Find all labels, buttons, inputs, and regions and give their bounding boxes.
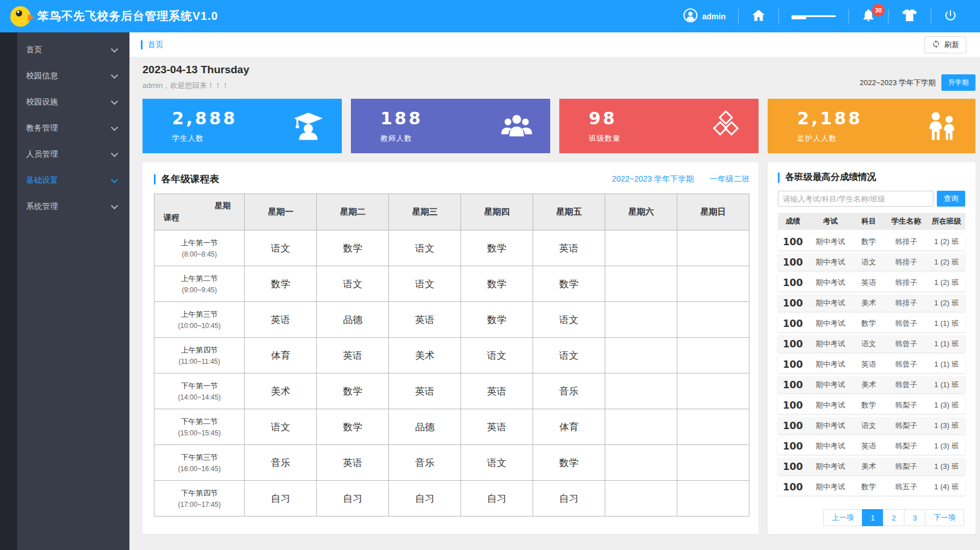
chevron-down-icon xyxy=(111,202,118,209)
schedule-day-header: 星期一 xyxy=(245,194,317,230)
schedule-row: 下午第一节 (14:00~14:45) 美术 数学 英语 英语 音乐 xyxy=(154,373,749,409)
schedule-subject-cell: 语文 xyxy=(461,445,533,481)
schedule-subject-cell: 美术 xyxy=(389,338,461,373)
score-subject: 英语 xyxy=(853,278,885,288)
score-subject: 英语 xyxy=(853,441,885,451)
score-subject: 美术 xyxy=(853,461,885,472)
sidebar-item[interactable]: 校园信息 xyxy=(0,63,129,89)
schedule-class-link[interactable]: 一年级二班 xyxy=(710,174,749,184)
score-row: 100 期中考试 美术 韩排子 1 (2) 班 xyxy=(778,295,965,312)
score-class: 1 (3) 班 xyxy=(928,400,965,410)
schedule-subject-cell: 数学 xyxy=(533,266,605,302)
cubes-icon xyxy=(709,110,742,142)
logout-button[interactable] xyxy=(931,0,970,32)
schedule-subject-cell xyxy=(605,302,677,338)
teachers-count: 188 xyxy=(380,108,423,128)
score-row: 100 期中考试 数学 韩梨子 1 (3) 班 xyxy=(778,397,965,414)
schedule-period-cell: 下午第四节 (17:00~17:45) xyxy=(154,481,245,517)
score-subject: 语文 xyxy=(853,339,885,349)
score-row: 100 期中考试 语文 韩梨子 1 (3) 班 xyxy=(778,417,965,434)
welcome-section: 2023-04-13 Thursday admin，欢迎您回来！！！ 2022~… xyxy=(143,64,975,91)
scores-search-input[interactable] xyxy=(778,191,933,207)
notification-badge: 30 xyxy=(872,4,885,16)
date-heading: 2023-04-13 Thursday xyxy=(143,64,249,76)
sidebar-item[interactable]: 校园设施 xyxy=(0,89,129,115)
sidebar-menu: 首页 校园信息 校园设施 教务管理 xyxy=(0,37,129,220)
power-icon xyxy=(944,9,957,24)
scores-list: 100 期中考试 数学 韩排子 1 (2) 班 100 期中考试 语文 xyxy=(778,233,965,496)
score-exam: 期中考试 xyxy=(808,400,853,410)
schedule-row: 上午第二节 (9:00~9:45) 数学 语文 语文 数学 数学 xyxy=(154,266,749,302)
notifications-button[interactable]: 30 xyxy=(849,0,888,32)
username-label: admin xyxy=(702,12,726,21)
schedule-row: 下午第二节 (15:00~15:45) 语文 数学 品德 英语 体育 xyxy=(154,409,749,445)
schedule-day-header: 星期四 xyxy=(461,194,533,230)
refresh-button[interactable]: 刷新 xyxy=(924,36,966,53)
tshirt-icon xyxy=(901,9,918,24)
chevron-down-icon xyxy=(111,45,118,53)
sidebar-item[interactable]: 系统管理 xyxy=(0,194,129,220)
schedule-subject-cell: 语文 xyxy=(533,338,605,373)
schedule-subject-cell xyxy=(605,481,677,517)
schedule-row: 上午第四节 (11:00~11:45) 体育 英语 美术 语文 语文 xyxy=(154,338,749,373)
schedule-row: 上午第三节 (10:00~10:45) 英语 品德 英语 数学 语文 xyxy=(154,302,749,338)
teachers-label: 教师人数 xyxy=(380,133,423,144)
sidebar-item[interactable]: 人员管理 xyxy=(0,141,129,167)
schedule-subject-cell xyxy=(677,230,749,266)
col-exam: 考试 xyxy=(808,216,853,226)
schedule-subject-cell: 语文 xyxy=(533,302,605,338)
score-row: 100 期中考试 数学 韩五子 1 (4) 班 xyxy=(778,478,965,496)
breadcrumb[interactable]: 首页 xyxy=(141,40,164,50)
page-button[interactable]: 2 xyxy=(883,509,904,526)
schedule-subject-cell xyxy=(677,338,749,373)
schedule-subject-cell xyxy=(677,266,749,302)
scores-header-row: 成绩 考试 科目 学生名称 所在班级 xyxy=(778,213,965,230)
score-subject: 美术 xyxy=(853,380,885,390)
page-button[interactable]: 上一项 xyxy=(823,509,862,526)
schedule-subject-cell: 语文 xyxy=(245,409,317,445)
score-exam: 期中考试 xyxy=(808,359,853,370)
score-value: 100 xyxy=(778,481,808,493)
schedule-subject-cell: 英语 xyxy=(245,302,317,338)
schedule-subject-cell: 自习 xyxy=(245,481,317,517)
schedule-subject-cell: 语文 xyxy=(317,266,389,302)
score-exam: 期中考试 xyxy=(808,380,853,390)
page-button[interactable]: 1 xyxy=(862,509,883,526)
score-class: 1 (2) 班 xyxy=(928,257,965,267)
guardians-count: 2,188 xyxy=(797,108,862,128)
theme-button[interactable] xyxy=(889,0,931,32)
sidebar-item[interactable]: 基础设置 xyxy=(0,167,129,194)
sidebar-item[interactable]: 教务管理 xyxy=(0,115,129,141)
schedule-subject-cell: 英语 xyxy=(389,302,461,338)
score-row: 100 期中考试 数学 韩曾子 1 (1) 班 xyxy=(778,315,965,332)
score-student: 韩排子 xyxy=(885,237,928,247)
pagination: 上一项 1 2 3 下一项 xyxy=(778,509,965,526)
schedule-panel: 各年级课程表 2022~2023 学年下学期 一年级二班 星期 xyxy=(143,162,759,534)
home-button[interactable] xyxy=(739,0,778,32)
col-score: 成绩 xyxy=(778,216,808,226)
scores-panel: 各班级最高分成绩情况 查询 成绩 考试 科目 学生名称 所在班级 xyxy=(768,162,975,534)
user-menu[interactable]: admin xyxy=(671,0,738,32)
header-actions: admin 30 xyxy=(671,0,970,32)
page-button[interactable]: 下一项 xyxy=(925,509,964,526)
schedule-subject-cell: 语文 xyxy=(389,230,461,266)
score-value: 100 xyxy=(778,440,808,452)
schedule-day-header: 星期五 xyxy=(533,194,605,230)
scores-search-button[interactable]: 查询 xyxy=(937,191,965,207)
schedule-subject-cell: 英语 xyxy=(389,373,461,409)
sidebar-item[interactable]: 首页 xyxy=(0,37,129,63)
promote-term-button[interactable]: 升学期 xyxy=(941,74,975,91)
col-class: 所在班级 xyxy=(928,216,965,226)
menu-toggle-button[interactable] xyxy=(779,0,848,32)
schedule-row: 下午第三节 (16:00~16:45) 音乐 英语 音乐 语文 数学 xyxy=(154,445,749,481)
page-button[interactable]: 3 xyxy=(904,509,925,526)
score-row: 100 期中考试 数学 韩排子 1 (2) 班 xyxy=(778,233,965,250)
guardians-label: 监护人人数 xyxy=(797,133,862,144)
schedule-subject-cell: 英语 xyxy=(317,338,389,373)
schedule-term-link[interactable]: 2022~2023 学年下学期 xyxy=(612,174,694,184)
stat-card-students: 2,888 学生人数 xyxy=(143,99,342,153)
refresh-icon xyxy=(932,40,940,50)
score-class: 1 (1) 班 xyxy=(928,380,965,390)
schedule-day-header: 星期日 xyxy=(677,194,749,230)
score-student: 韩排子 xyxy=(885,298,928,308)
